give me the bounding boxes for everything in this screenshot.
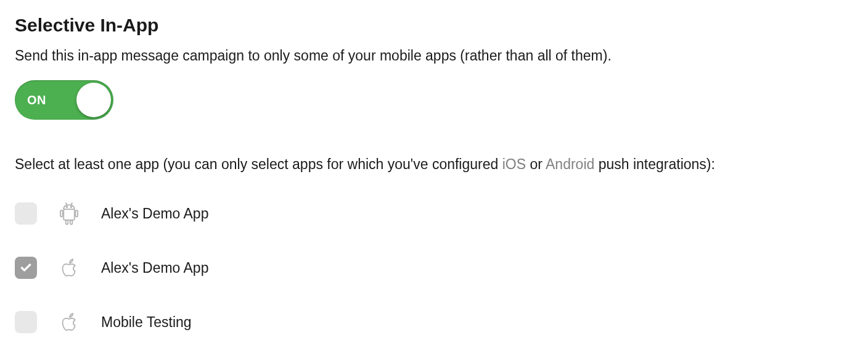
toggle-knob <box>76 83 111 117</box>
apple-icon <box>54 307 84 337</box>
svg-point-3 <box>67 207 68 208</box>
app-name-label: Mobile Testing <box>101 314 192 331</box>
svg-rect-7 <box>66 220 68 225</box>
app-name-label: Alex's Demo App <box>101 205 208 222</box>
android-icon <box>54 199 84 228</box>
app-checkbox[interactable] <box>15 202 37 225</box>
instruction-prefix: Select at least one app (you can only se… <box>15 156 502 172</box>
instruction-or: or <box>526 156 546 172</box>
app-row: Mobile Testing <box>15 307 853 337</box>
svg-line-2 <box>72 203 73 205</box>
apple-icon <box>54 253 84 283</box>
app-name-label: Alex's Demo App <box>101 260 208 276</box>
toggle-state-label: ON <box>27 93 46 107</box>
instruction-suffix: push integrations): <box>594 156 715 172</box>
app-list: Alex's Demo App Alex's Demo App Mobile T… <box>15 199 853 337</box>
ios-link[interactable]: iOS <box>502 156 526 172</box>
svg-rect-6 <box>76 210 78 217</box>
svg-rect-0 <box>63 209 75 220</box>
section-title: Selective In-App <box>15 15 853 36</box>
app-checkbox[interactable] <box>15 311 37 333</box>
app-row: Alex's Demo App <box>15 253 853 283</box>
selective-toggle[interactable]: ON <box>15 80 113 120</box>
section-description: Send this in-app message campaign to onl… <box>15 46 853 65</box>
app-checkbox[interactable] <box>15 257 37 279</box>
select-instruction: Select at least one app (you can only se… <box>15 154 853 174</box>
check-icon <box>20 262 32 274</box>
svg-rect-8 <box>70 220 73 225</box>
svg-point-4 <box>71 207 72 208</box>
svg-rect-5 <box>60 210 63 217</box>
app-row: Alex's Demo App <box>15 199 853 228</box>
svg-line-1 <box>66 203 67 205</box>
android-link[interactable]: Android <box>546 156 594 172</box>
